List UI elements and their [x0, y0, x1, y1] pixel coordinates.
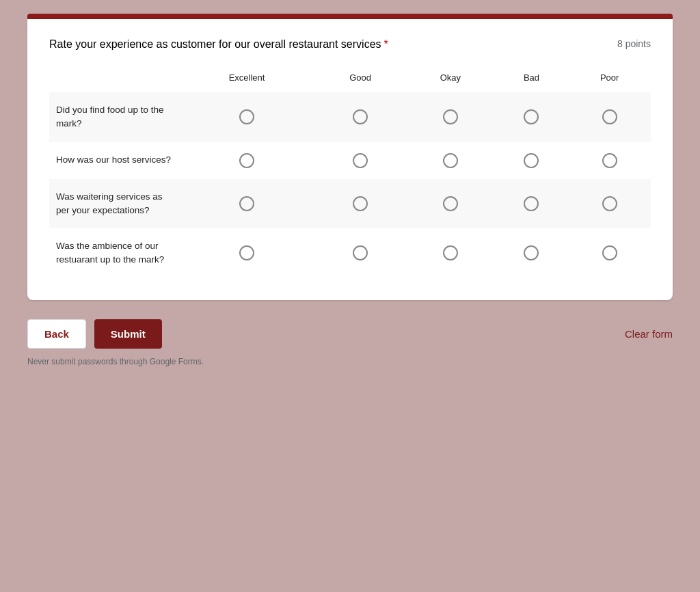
radio-cell-row4-okay — [406, 228, 495, 278]
radio-cell-row3-bad — [495, 179, 569, 229]
row-label: Was the ambience of our restuarant up to… — [49, 228, 179, 278]
rating-grid: Excellent Good Okay Bad Poor Did you fin… — [49, 67, 651, 278]
row-label: Was waitering services as per your expec… — [49, 179, 179, 229]
radio-row2-okay[interactable] — [443, 153, 458, 168]
row-label: Did you find food up to the mark? — [49, 92, 179, 142]
question-header: Rate your experience as customer for our… — [49, 38, 651, 51]
radio-row1-okay[interactable] — [443, 109, 458, 124]
column-headers-row: Excellent Good Okay Bad Poor — [49, 67, 651, 92]
column-header-excellent: Excellent — [179, 67, 314, 92]
radio-row1-poor[interactable] — [602, 109, 617, 124]
radio-row4-excellent[interactable] — [239, 245, 254, 260]
column-header-good: Good — [314, 67, 406, 92]
column-header-okay: Okay — [406, 67, 495, 92]
radio-cell-row2-poor — [568, 142, 651, 179]
back-button[interactable]: Back — [27, 319, 86, 349]
radio-row4-bad[interactable] — [524, 245, 539, 260]
radio-row3-okay[interactable] — [443, 196, 458, 211]
radio-row1-excellent[interactable] — [239, 109, 254, 124]
radio-cell-row2-okay — [406, 142, 495, 179]
radio-cell-row4-excellent — [179, 228, 314, 278]
footer-bar: Back Submit Clear form — [27, 311, 673, 354]
radio-cell-row1-bad — [495, 92, 569, 142]
radio-row3-bad[interactable] — [524, 196, 539, 211]
survey-card: Rate your experience as customer for our… — [27, 19, 673, 300]
clear-form-button[interactable]: Clear form — [625, 328, 673, 340]
table-row: Was the ambience of our restuarant up to… — [49, 228, 651, 278]
never-submit-notice: Never submit passwords through Google Fo… — [27, 354, 673, 366]
radio-row1-bad[interactable] — [524, 109, 539, 124]
table-row: How was our host services? — [49, 142, 651, 179]
radio-row2-good[interactable] — [353, 153, 368, 168]
radio-cell-row4-good — [314, 228, 406, 278]
radio-cell-row4-bad — [495, 228, 569, 278]
footer-buttons: Back Submit — [27, 319, 162, 349]
radio-row2-excellent[interactable] — [239, 153, 254, 168]
radio-row2-poor[interactable] — [602, 153, 617, 168]
radio-row3-excellent[interactable] — [239, 196, 254, 211]
row-label: How was our host services? — [49, 142, 179, 179]
radio-cell-row1-poor — [568, 92, 651, 142]
radio-cell-row3-poor — [568, 179, 651, 229]
radio-row4-okay[interactable] — [443, 245, 458, 260]
radio-row4-good[interactable] — [353, 245, 368, 260]
radio-cell-row1-excellent — [179, 92, 314, 142]
radio-cell-row1-okay — [406, 92, 495, 142]
column-header-poor: Poor — [568, 67, 651, 92]
column-header-bad: Bad — [495, 67, 569, 92]
radio-cell-row2-excellent — [179, 142, 314, 179]
card-top-border — [27, 14, 673, 19]
radio-cell-row3-okay — [406, 179, 495, 229]
row-label-header — [49, 67, 179, 92]
radio-row3-poor[interactable] — [602, 196, 617, 211]
radio-cell-row1-good — [314, 92, 406, 142]
radio-row1-good[interactable] — [353, 109, 368, 124]
table-row: Did you find food up to the mark? — [49, 92, 651, 142]
submit-button[interactable]: Submit — [94, 319, 162, 349]
question-text: Rate your experience as customer for our… — [49, 38, 381, 50]
question-title: Rate your experience as customer for our… — [49, 38, 388, 51]
radio-row4-poor[interactable] — [602, 245, 617, 260]
radio-cell-row3-good — [314, 179, 406, 229]
radio-cell-row4-poor — [568, 228, 651, 278]
table-row: Was waitering services as per your expec… — [49, 179, 651, 229]
radio-row2-bad[interactable] — [524, 153, 539, 168]
radio-cell-row3-excellent — [179, 179, 314, 229]
points-label: 8 points — [617, 38, 651, 49]
radio-row3-good[interactable] — [353, 196, 368, 211]
radio-cell-row2-good — [314, 142, 406, 179]
radio-cell-row2-bad — [495, 142, 569, 179]
required-star: * — [384, 38, 388, 50]
